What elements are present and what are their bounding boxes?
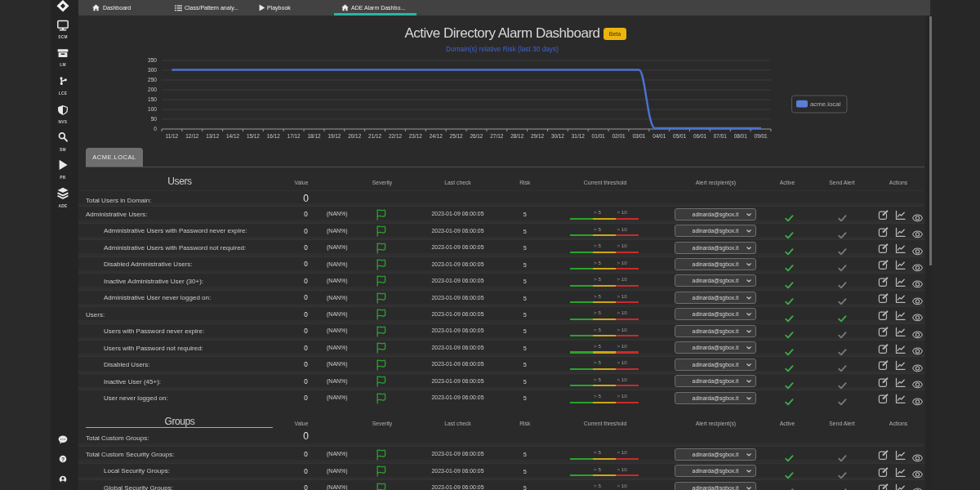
svg-text:16/12: 16/12 bbox=[267, 133, 280, 139]
svg-text:?: ? bbox=[61, 457, 65, 462]
svg-text:LCE: LCE bbox=[59, 91, 68, 96]
svg-text:09/01: 09/01 bbox=[755, 133, 768, 139]
svg-text:08/01: 08/01 bbox=[734, 133, 747, 139]
svg-text:SM: SM bbox=[60, 148, 66, 152]
svg-text:LM: LM bbox=[60, 63, 66, 67]
svg-text:0: 0 bbox=[154, 126, 157, 131]
svg-text:22/12: 22/12 bbox=[389, 133, 402, 139]
svg-text:150: 150 bbox=[148, 96, 157, 102]
svg-text:28/12: 28/12 bbox=[510, 133, 523, 139]
svg-text:03/01: 03/01 bbox=[632, 133, 645, 139]
svg-text:17/12: 17/12 bbox=[287, 133, 301, 139]
svg-text:350: 350 bbox=[148, 57, 157, 63]
svg-text:acme.local: acme.local bbox=[810, 100, 841, 108]
svg-text:26/12: 26/12 bbox=[470, 133, 483, 139]
svg-text:12/12: 12/12 bbox=[185, 133, 198, 139]
svg-text:04/01: 04/01 bbox=[653, 133, 666, 139]
svg-text:31/12: 31/12 bbox=[572, 133, 585, 139]
svg-text:15/12: 15/12 bbox=[247, 133, 260, 139]
svg-text:30/12: 30/12 bbox=[551, 133, 564, 139]
svg-text:NVS: NVS bbox=[59, 120, 68, 124]
svg-text:50: 50 bbox=[151, 116, 158, 122]
svg-text:20/12: 20/12 bbox=[348, 133, 361, 139]
svg-text:29/12: 29/12 bbox=[531, 133, 544, 139]
svg-text:300: 300 bbox=[148, 67, 157, 73]
svg-text:01/01: 01/01 bbox=[592, 133, 605, 139]
svg-text:13/12: 13/12 bbox=[206, 133, 219, 139]
svg-text:ADE: ADE bbox=[58, 204, 68, 208]
svg-text:100: 100 bbox=[148, 106, 157, 112]
svg-text:SCM: SCM bbox=[58, 35, 68, 39]
svg-text:27/12: 27/12 bbox=[490, 133, 503, 139]
svg-text:19/12: 19/12 bbox=[327, 133, 341, 139]
svg-text:23/12: 23/12 bbox=[409, 133, 422, 139]
svg-text:06/01: 06/01 bbox=[693, 133, 706, 139]
svg-text:02/01: 02/01 bbox=[612, 133, 626, 139]
svg-text:07/01: 07/01 bbox=[714, 133, 727, 139]
svg-text:250: 250 bbox=[148, 77, 157, 82]
svg-text:24/12: 24/12 bbox=[430, 133, 443, 139]
svg-text:05/01: 05/01 bbox=[673, 133, 686, 139]
svg-text:18/12: 18/12 bbox=[308, 133, 321, 139]
svg-text:11/12: 11/12 bbox=[166, 133, 179, 139]
svg-text:200: 200 bbox=[148, 87, 157, 92]
svg-text:PB: PB bbox=[60, 176, 65, 180]
svg-text:21/12: 21/12 bbox=[368, 133, 381, 139]
svg-text:14/12: 14/12 bbox=[226, 133, 239, 139]
svg-text:25/12: 25/12 bbox=[450, 133, 463, 139]
